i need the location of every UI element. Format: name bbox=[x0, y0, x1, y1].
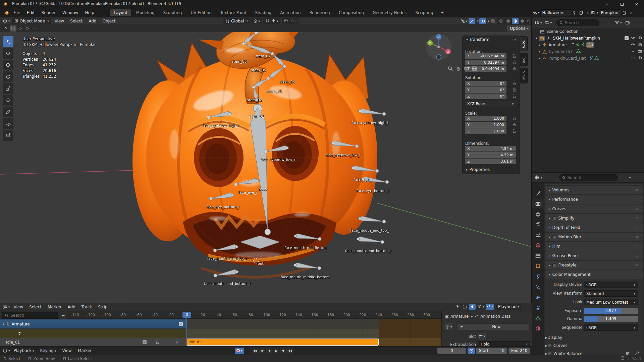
rotation-mode-dropdown[interactable]: XYZ Euler▾ bbox=[465, 101, 516, 107]
scene-icon[interactable]: ▾ bbox=[532, 10, 540, 16]
nla-menu-view[interactable]: View bbox=[11, 303, 26, 311]
tool-move[interactable] bbox=[3, 60, 13, 70]
new-collection-icon[interactable] bbox=[625, 20, 631, 26]
tool-transform[interactable] bbox=[3, 95, 13, 106]
transform-panel-header[interactable]: ▾ Transform bbox=[465, 37, 489, 42]
mesh-data-icon[interactable] bbox=[576, 49, 581, 54]
bone-label-stem_06[interactable]: stem_06 bbox=[232, 59, 247, 63]
new-view-layer-icon[interactable] bbox=[621, 10, 628, 16]
bone-label-face_mouth_end_top_r[interactable]: face_mouth_end_top_r bbox=[207, 256, 247, 260]
select-mode-more[interactable]: ··· bbox=[31, 25, 38, 32]
play-button[interactable]: ▶ bbox=[273, 348, 279, 354]
view-transform-dropdown[interactable]: Standard▾ bbox=[584, 290, 638, 297]
workspace-tab-texture-paint[interactable]: Texture Paint bbox=[217, 9, 250, 16]
disable-render-icon[interactable] bbox=[638, 42, 642, 48]
bone-label-face_mouth_middle_bottom[interactable]: face_mouth_middle_bottom bbox=[281, 275, 330, 279]
nla-strip-idle01[interactable]: Idle_01 bbox=[187, 339, 379, 346]
n-panel-tab-item[interactable]: Item bbox=[520, 36, 528, 51]
orientation-dropdown[interactable]: Global▾ bbox=[223, 18, 250, 24]
shading-wireframe-button[interactable] bbox=[498, 18, 504, 24]
playback-menu-playback[interactable]: Playback▾ bbox=[11, 347, 37, 355]
slot-selector[interactable]: ▾ bbox=[478, 333, 486, 340]
current-frame-badge[interactable]: 0 bbox=[182, 312, 191, 318]
tool-add-cube[interactable] bbox=[3, 130, 13, 141]
nla-cursor-filter[interactable] bbox=[454, 304, 461, 310]
rotation-field-z[interactable]: Z0° bbox=[465, 94, 506, 99]
expand-chevron[interactable]: ▸ bbox=[539, 50, 541, 53]
hide-viewport-icon-closed[interactable] bbox=[631, 49, 635, 54]
zoom-icon[interactable] bbox=[446, 64, 454, 72]
n-panel-tab-tool[interactable]: Tool bbox=[520, 53, 528, 66]
menu-help[interactable]: Help bbox=[82, 8, 97, 17]
jump-to-start-button[interactable]: ▮◀ bbox=[252, 348, 258, 354]
expand-chevron[interactable]: ▸ bbox=[539, 57, 541, 60]
dimensions-field-x[interactable]: X4.54 m bbox=[465, 146, 516, 152]
properties-tab-material[interactable] bbox=[532, 324, 544, 333]
outliner-row-armature[interactable]: ▸Armature3 bbox=[532, 42, 644, 48]
falloff-icon[interactable] bbox=[290, 18, 294, 24]
disable-render-icon[interactable] bbox=[638, 36, 642, 41]
viewport-menu-view[interactable]: View bbox=[52, 17, 67, 25]
properties-tab-collection[interactable] bbox=[532, 251, 544, 260]
nla-filter-dropdown[interactable]: ▾ bbox=[476, 304, 485, 310]
select-mode-circle[interactable] bbox=[17, 25, 23, 32]
bone-label-face_eye_bottom_r[interactable]: face_eye_bottom_r bbox=[206, 205, 240, 209]
playback-menu-keying[interactable]: Keying▾ bbox=[37, 347, 59, 355]
bone-label-face_mouth_end_bottom_l[interactable]: face_mouth_end_bottom_l bbox=[345, 249, 391, 253]
panel-performance[interactable]: ▸Performance bbox=[545, 195, 643, 204]
add-workspace-button[interactable]: + bbox=[438, 9, 446, 16]
nla-box-filter[interactable] bbox=[462, 304, 468, 310]
bone-label-stem_02[interactable]: stem_02 bbox=[247, 98, 262, 102]
workspace-tab-scripting[interactable]: Scripting bbox=[412, 9, 437, 16]
n-panel-tab-view[interactable]: View bbox=[520, 68, 528, 83]
navigation-gizmo[interactable]: Z X Y bbox=[423, 33, 454, 62]
camera-view-icon[interactable] bbox=[462, 64, 470, 72]
properties-tab-render[interactable] bbox=[532, 199, 544, 208]
shading-rendered-button[interactable] bbox=[519, 18, 526, 24]
bone-label-face_eye_l[interactable]: face_eye_l bbox=[354, 178, 372, 182]
perspective-toggle-icon[interactable] bbox=[470, 64, 478, 72]
select-mode-tweak[interactable] bbox=[3, 25, 9, 32]
bone-label-face_mouth_middle_top[interactable]: face_mouth_middle_top bbox=[284, 246, 326, 250]
outliner-row-skm-halloweenpumpkin[interactable]: ▾SKM_HalloweenPumpkin✓ bbox=[532, 35, 644, 42]
bone-label-face_mouth_end_bottom_r[interactable]: face_mouth_end_bottom_r bbox=[204, 282, 251, 286]
scale-field-lock-y[interactable] bbox=[512, 122, 517, 127]
driver-icon[interactable] bbox=[570, 42, 575, 48]
properties-tab-data[interactable] bbox=[532, 313, 544, 323]
bone-label-stem_01[interactable]: stem_01 bbox=[249, 114, 264, 118]
playhead-line[interactable] bbox=[186, 317, 187, 346]
properties-tab-particles[interactable] bbox=[532, 282, 544, 292]
overlays-dropdown-icon[interactable]: ▾ bbox=[488, 19, 489, 23]
workspace-tab-compositing[interactable]: Compositing bbox=[335, 9, 368, 16]
outliner-row-scene-collection[interactable]: Scene Collection bbox=[532, 28, 644, 35]
panel-film[interactable]: ▸Film bbox=[545, 242, 643, 251]
mesh-count-badge[interactable]: 3 bbox=[586, 42, 594, 48]
editor-type-button[interactable]: ▾ bbox=[2, 18, 11, 24]
selectability-dropdown[interactable]: ▾ bbox=[460, 18, 468, 24]
hide-viewport-icon-closed[interactable] bbox=[631, 56, 635, 61]
tool-select-box[interactable] bbox=[3, 36, 13, 47]
outliner-row-pumpkinguard-hat[interactable]: ▸PumpkinGuard_Hat bbox=[532, 55, 644, 62]
panel-checkbox[interactable] bbox=[552, 235, 556, 239]
viewport-menu-add[interactable]: Add bbox=[86, 17, 99, 25]
previous-keyframe-button[interactable]: ◀• bbox=[259, 348, 265, 354]
tool-measure[interactable] bbox=[3, 118, 13, 129]
view-layer-name-field[interactable]: Pumpkin bbox=[599, 9, 621, 16]
subpanel-display[interactable]: ▸Display bbox=[545, 334, 643, 341]
playhead-dropdown[interactable]: Playhead▾ bbox=[496, 304, 521, 310]
jump-to-end-button[interactable]: ▶▮ bbox=[287, 348, 293, 354]
use-preview-range-button[interactable] bbox=[468, 348, 475, 354]
workspace-tab-uv-editing[interactable]: UV Editing bbox=[187, 9, 215, 16]
panel-curves[interactable]: ▸Curves bbox=[545, 204, 643, 213]
hide-viewport-icon[interactable] bbox=[631, 36, 635, 41]
expand-chevron[interactable]: ▾ bbox=[536, 37, 537, 40]
panel-freestyle[interactable]: ▸Freestyle bbox=[545, 261, 643, 269]
exclude-checkbox[interactable]: ✓ bbox=[625, 36, 629, 40]
end-frame-field[interactable]: End240 bbox=[508, 348, 530, 354]
viewport-content[interactable]: User Perspective (0) SKM_HalloweenPumpki… bbox=[0, 32, 531, 303]
outliner-search-input[interactable]: Search bbox=[556, 19, 599, 26]
nla-menu-add[interactable]: Add bbox=[65, 303, 78, 311]
bone-label-face_eye_bottom_l[interactable]: face_eye_bottom_l bbox=[357, 189, 389, 193]
rotation-field-lock-y[interactable] bbox=[512, 87, 517, 92]
menu-edit[interactable]: Edit bbox=[23, 8, 38, 17]
